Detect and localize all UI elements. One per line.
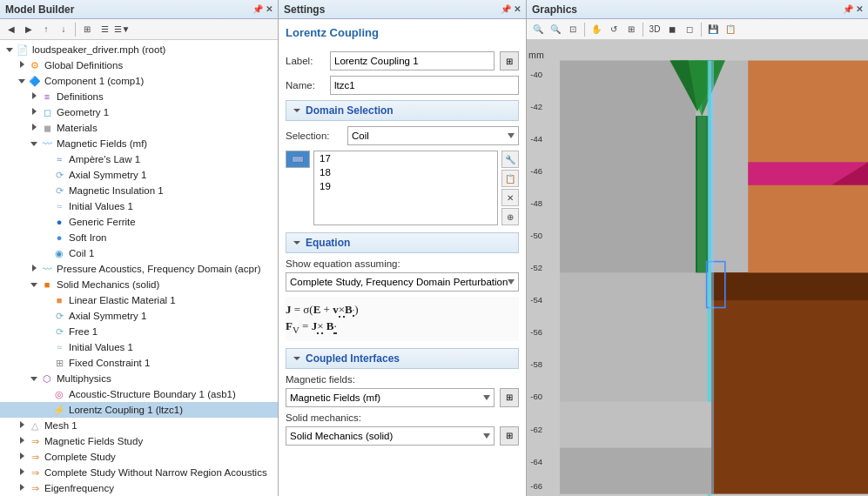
tree-item-eigenfreq[interactable]: ⇒Eigenfrequency bbox=[0, 480, 278, 496]
icon-global-def: ⚙ bbox=[28, 58, 42, 72]
transparency-button[interactable]: ◻ bbox=[682, 22, 697, 37]
expand-mfstudy[interactable] bbox=[16, 437, 28, 446]
tree-item-asb1[interactable]: ◎Acoustic-Structure Boundary 1 (asb1) bbox=[0, 386, 278, 402]
magnetic-dropdown[interactable]: Magnetic Fields (mf) bbox=[286, 388, 495, 407]
tree-item-lorentz1[interactable]: ⚡Lorentz Coupling 1 (ltzc1) bbox=[0, 402, 278, 418]
tree-item-comp1[interactable]: 🔷Component 1 (comp1) bbox=[0, 73, 278, 89]
magnetic-edit-button[interactable]: ⊞ bbox=[500, 388, 519, 407]
settings-pin-icon[interactable]: 📌 bbox=[501, 4, 511, 14]
label-edit-button[interactable]: ⊞ bbox=[500, 51, 519, 70]
expand-global-def[interactable] bbox=[16, 61, 28, 70]
expand-eigenfreq[interactable] bbox=[16, 484, 28, 493]
expand-completeNoNarrow[interactable] bbox=[16, 468, 28, 477]
domain-item-18[interactable]: 18 bbox=[314, 165, 497, 179]
tree-item-initial1[interactable]: ≈Initial Values 1 bbox=[0, 198, 278, 214]
expand-mesh1[interactable] bbox=[16, 421, 28, 430]
back-button[interactable]: ◀ bbox=[3, 22, 19, 37]
pin-icon[interactable]: 📌 bbox=[252, 4, 263, 14]
up-button[interactable]: ↑ bbox=[38, 22, 54, 37]
fit-button[interactable]: ⊞ bbox=[623, 22, 639, 37]
tree-item-coil1[interactable]: ◉Coil 1 bbox=[0, 245, 278, 261]
tree-item-free1[interactable]: ⟳Free 1 bbox=[0, 324, 278, 339]
model-builder-title: Model Builder bbox=[5, 3, 74, 16]
tree-item-geometry1[interactable]: ◻Geometry 1 bbox=[0, 104, 278, 120]
domain-section-header[interactable]: Domain Selection bbox=[286, 100, 519, 121]
copy-button[interactable]: 📋 bbox=[723, 22, 738, 37]
settings-content: Lorentz Coupling Label: ⊞ Name: Domain S… bbox=[279, 19, 526, 496]
equation-section-header[interactable]: Equation bbox=[286, 232, 519, 253]
down-button[interactable]: ↓ bbox=[56, 22, 71, 37]
rotate-button[interactable]: ↺ bbox=[606, 22, 622, 37]
tree-item-axial2[interactable]: ⟳Axial Symmetry 1 bbox=[0, 308, 278, 324]
icon-solid: ■ bbox=[40, 278, 54, 292]
tree-item-acoustics[interactable]: 〰Pressure Acoustics, Frequency Domain (a… bbox=[0, 261, 278, 277]
expand-comp1[interactable] bbox=[16, 77, 28, 85]
zoom-box-button[interactable]: ⊡ bbox=[565, 22, 581, 37]
solid-edit-button[interactable]: ⊞ bbox=[500, 426, 519, 446]
icon-axial2: ⟳ bbox=[52, 309, 66, 323]
pan-button[interactable]: ✋ bbox=[589, 22, 604, 37]
domain-paste-button[interactable]: 📋 bbox=[501, 170, 519, 187]
tree-item-initial2[interactable]: ≈Initial Values 1 bbox=[0, 339, 278, 355]
settings-close-icon[interactable]: ✕ bbox=[514, 4, 521, 14]
tree-item-ferrite[interactable]: ●Generic Ferrite bbox=[0, 214, 278, 230]
domain-add-button[interactable]: 🔧 bbox=[501, 151, 519, 168]
tree-item-insulation1[interactable]: ⟳Magnetic Insulation 1 bbox=[0, 183, 278, 198]
expand-multiphysics[interactable] bbox=[28, 374, 40, 383]
domain-item-17[interactable]: 17 bbox=[314, 151, 497, 165]
graphics-close-icon[interactable]: ✕ bbox=[856, 4, 863, 14]
solid-dropdown[interactable]: Solid Mechanics (solid) bbox=[286, 426, 495, 446]
tree-item-multiphysics[interactable]: ⬡Multiphysics bbox=[0, 371, 278, 386]
zoom-out-button[interactable]: 🔍 bbox=[548, 22, 563, 37]
label-free1: Free 1 bbox=[69, 326, 98, 337]
render-button[interactable]: ◼ bbox=[664, 22, 680, 37]
domain-crosshair-button[interactable]: ⊕ bbox=[501, 208, 519, 225]
tree-item-fixed1[interactable]: ⊞Fixed Constraint 1 bbox=[0, 355, 278, 371]
graphics-pin-icon[interactable]: 📌 bbox=[843, 4, 853, 14]
expand-geometry1[interactable] bbox=[28, 108, 40, 117]
export-button[interactable]: 💾 bbox=[705, 22, 721, 37]
equation-dropdown[interactable]: Complete Study, Frequency Domain Perturb… bbox=[286, 272, 519, 292]
add-node-button[interactable]: ⊞ bbox=[79, 22, 95, 37]
close-panel-icon[interactable]: ✕ bbox=[266, 4, 273, 14]
svg-text:-66: -66 bbox=[530, 481, 542, 491]
coupled-section-body: Magnetic fields: Magnetic Fields (mf) ⊞ … bbox=[286, 374, 519, 446]
tree-item-mesh1[interactable]: △Mesh 1 bbox=[0, 418, 278, 433]
expand-acoustics[interactable] bbox=[28, 265, 40, 273]
tree-item-root[interactable]: 📄loudspeaker_driver.mph (root) bbox=[0, 42, 278, 57]
tree-item-materials[interactable]: ◼Materials bbox=[0, 120, 278, 136]
tree-item-softiron[interactable]: ●Soft Iron bbox=[0, 230, 278, 245]
tree-item-mfstudy[interactable]: ⇒Magnetic Fields Study bbox=[0, 433, 278, 449]
name-input[interactable] bbox=[330, 76, 519, 95]
tree-item-ampere[interactable]: ≈Ampère's Law 1 bbox=[0, 151, 278, 167]
forward-button[interactable]: ▶ bbox=[21, 22, 37, 37]
expand-solid[interactable] bbox=[28, 280, 40, 289]
tree-item-definitions[interactable]: ≡Definitions bbox=[0, 89, 278, 104]
tree-menu-button[interactable]: ☰ bbox=[97, 22, 112, 37]
expand-root[interactable] bbox=[3, 45, 16, 54]
expand-materials[interactable] bbox=[28, 124, 40, 132]
domain-remove-button[interactable]: ✕ bbox=[501, 189, 519, 206]
3d-button[interactable]: 3D bbox=[647, 22, 663, 37]
tree-item-solid[interactable]: ■Solid Mechanics (solid) bbox=[0, 277, 278, 292]
svg-text:-50: -50 bbox=[530, 231, 542, 240]
coupled-section-header[interactable]: Coupled Interfaces bbox=[286, 348, 519, 369]
tree-item-global-def[interactable]: ⚙Global Definitions bbox=[0, 57, 278, 73]
expand-mf[interactable] bbox=[28, 139, 40, 148]
tree-item-mf[interactable]: 〰Magnetic Fields (mf) bbox=[0, 136, 278, 151]
tree-layout-button[interactable]: ☰▼ bbox=[114, 22, 130, 37]
domain-list[interactable]: 171819 bbox=[313, 151, 498, 225]
expand-definitions[interactable] bbox=[28, 92, 40, 101]
tree-item-linear-elastic[interactable]: ■Linear Elastic Material 1 bbox=[0, 292, 278, 308]
tree-item-completeNoNarrow[interactable]: ⇒Complete Study Without Narrow Region Ac… bbox=[0, 465, 278, 480]
label-input[interactable] bbox=[330, 51, 495, 70]
expand-complete[interactable] bbox=[16, 452, 28, 461]
graphics-content[interactable]: mm -40 -42 -44 -46 -48 -50 -52 -54 -56 -… bbox=[527, 40, 868, 496]
selection-dropdown[interactable]: Coil bbox=[347, 126, 519, 145]
zoom-in-button[interactable]: 🔍 bbox=[530, 22, 546, 37]
tree-item-axial1[interactable]: ⟳Axial Symmetry 1 bbox=[0, 167, 278, 183]
tree-item-complete[interactable]: ⇒Complete Study bbox=[0, 449, 278, 465]
icon-mf: 〰 bbox=[40, 137, 54, 151]
svg-rect-26 bbox=[560, 61, 696, 273]
domain-item-19[interactable]: 19 bbox=[314, 179, 497, 193]
